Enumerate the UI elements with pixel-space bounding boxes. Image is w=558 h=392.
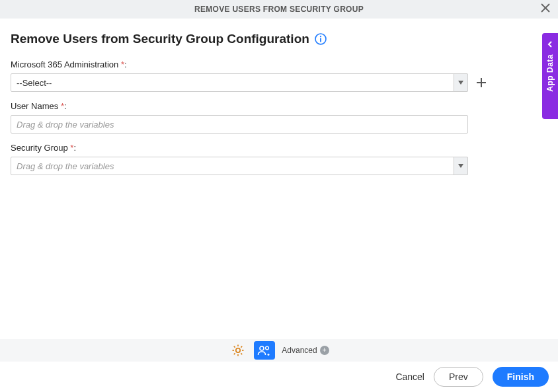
svg-line-14 [234, 346, 235, 348]
app-data-label: App Data [545, 54, 555, 92]
cancel-button[interactable]: Cancel [395, 372, 424, 382]
svg-point-18 [260, 346, 264, 350]
field-user-names: User Names *: [11, 101, 547, 134]
finish-button[interactable]: Finish [493, 367, 549, 387]
chevron-down-icon[interactable] [454, 73, 468, 92]
svg-rect-4 [320, 38, 321, 42]
required-marker: * [121, 59, 124, 69]
field-label-admin: Microsoft 365 Administration *: [11, 59, 547, 69]
svg-marker-5 [458, 81, 463, 85]
gear-icon[interactable] [229, 341, 247, 360]
ms365-admin-select[interactable] [11, 73, 468, 92]
field-label-usernames: User Names *: [11, 101, 547, 111]
info-icon[interactable] [315, 33, 327, 45]
app-data-panel-toggle[interactable]: App Data [542, 33, 558, 119]
close-icon[interactable] [538, 3, 553, 15]
chevron-left-icon [547, 38, 553, 50]
footer: Advanced + Cancel Prev Finish [0, 339, 558, 392]
svg-point-3 [320, 36, 321, 37]
dialog-title: REMOVE USERS FROM SECURITY GROUP [194, 5, 364, 14]
svg-point-19 [266, 346, 269, 350]
config-form: Remove Users from Security Group Configu… [0, 19, 558, 175]
prev-button[interactable]: Prev [434, 367, 483, 387]
chevron-down-icon[interactable] [454, 157, 468, 175]
svg-line-16 [234, 353, 235, 354]
security-group-combobox[interactable] [11, 157, 468, 175]
field-ms365-admin: Microsoft 365 Administration *: [11, 59, 547, 92]
page-title: Remove Users from Security Group Configu… [11, 32, 309, 46]
svg-line-15 [241, 353, 243, 354]
dialog-header: REMOVE USERS FROM SECURITY GROUP [0, 0, 558, 19]
footer-toolbar: Advanced + [0, 339, 558, 362]
add-admin-button[interactable] [475, 76, 488, 89]
required-marker: * [61, 101, 64, 111]
users-icon[interactable] [254, 341, 275, 360]
plus-circle-icon: + [320, 346, 329, 355]
field-label-securitygroup: Security Group *: [11, 143, 547, 153]
svg-line-17 [241, 346, 243, 348]
required-marker: * [70, 143, 73, 153]
svg-point-9 [236, 348, 240, 352]
svg-marker-8 [458, 164, 463, 168]
user-names-input[interactable] [11, 115, 468, 134]
advanced-toggle[interactable]: Advanced + [282, 346, 329, 355]
field-security-group: Security Group *: [11, 143, 547, 175]
footer-actions: Cancel Prev Finish [0, 362, 558, 392]
